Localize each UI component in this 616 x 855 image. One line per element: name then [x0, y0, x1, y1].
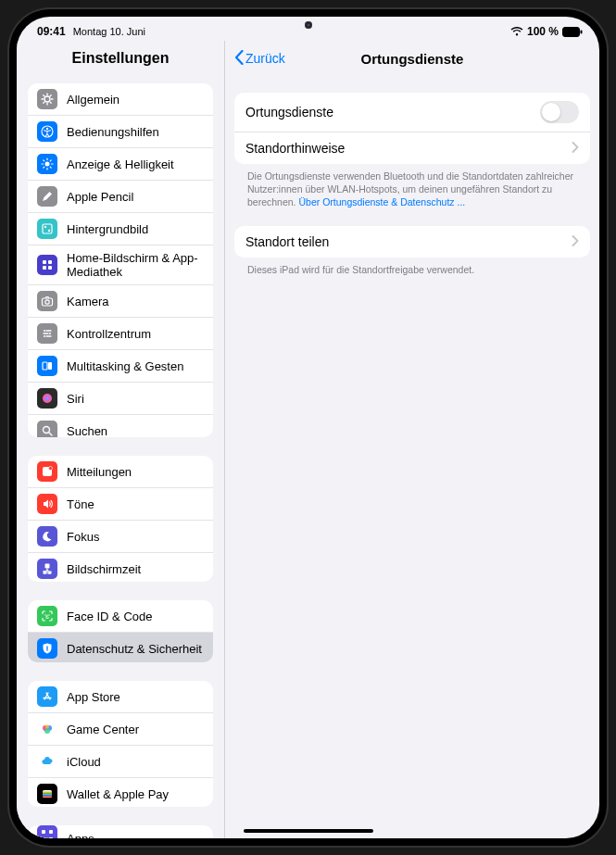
sidebar-item-kontrollzentrum[interactable]: Kontrollzentrum: [28, 318, 213, 350]
sidebar-item-label: Game Center: [67, 723, 139, 736]
sidebar-item-home-bildschirm[interactable]: Home-Bildschirm & App-Mediathek: [28, 245, 213, 285]
sidebar-item-label: App Store: [67, 690, 120, 704]
sidebar-item-label: Bildschirmzeit: [67, 562, 141, 576]
row-standorthinweise[interactable]: Standorthinweise: [234, 132, 590, 164]
app-store-icon: [37, 686, 57, 707]
sidebar-item-label: Mitteilungen: [67, 465, 132, 479]
toene-icon: [37, 494, 57, 514]
svg-point-7: [44, 226, 46, 228]
sidebar-item-label: Face ID & Code: [67, 610, 153, 623]
settings-sidebar: Einstellungen AllgemeinBedienungshilfenA…: [17, 41, 225, 838]
sidebar-item-faceid-code[interactable]: Face ID & Code: [28, 600, 213, 633]
svg-rect-34: [43, 792, 52, 794]
svg-point-17: [44, 335, 45, 337]
svg-point-4: [46, 128, 48, 130]
sidebar-item-wallet-apple-pay[interactable]: Wallet & Apple Pay: [28, 778, 213, 807]
svg-rect-9: [43, 260, 46, 264]
row-standort-teilen[interactable]: Standort teilen: [234, 226, 590, 258]
sidebar-item-datenschutz-sicherheit[interactable]: Datenschutz & Sicherheit: [28, 633, 213, 662]
sidebar-item-icloud[interactable]: iCloud: [28, 746, 213, 778]
battery-icon: [562, 27, 583, 37]
chevron-left-icon: [234, 50, 244, 68]
bildschirmzeit-icon: [37, 559, 57, 579]
sidebar-item-suchen[interactable]: Suchen: [28, 415, 213, 437]
mitteilungen-icon: [37, 461, 57, 482]
sidebar-item-label: Kontrollzentrum: [67, 327, 151, 341]
footer-note-1: Die Ortungsdienste verwenden Bluetooth u…: [234, 164, 590, 209]
sidebar-item-game-center[interactable]: Game Center: [28, 713, 213, 746]
ortungsdienste-toggle[interactable]: [540, 101, 579, 123]
home-indicator[interactable]: [244, 829, 373, 833]
privacy-link[interactable]: Über Ortungsdienste & Datenschutz ...: [298, 196, 465, 207]
anzeige-helligkeit-icon: [37, 154, 57, 174]
sidebar-item-label: Multitasking & Gesten: [67, 359, 183, 373]
sidebar-item-mitteilungen[interactable]: Mitteilungen: [28, 456, 213, 488]
faceid-code-icon: [37, 606, 57, 626]
svg-rect-12: [48, 266, 52, 270]
multitasking-icon: [37, 356, 57, 376]
status-bar: 09:41 Montag 10. Juni 100 %: [17, 17, 599, 41]
svg-point-14: [45, 300, 49, 304]
fokus-icon: [37, 526, 57, 547]
sidebar-item-label: Hintergrundbild: [67, 222, 148, 236]
sidebar-item-toene[interactable]: Töne: [28, 488, 213, 521]
sidebar-item-multitasking[interactable]: Multitasking & Gesten: [28, 350, 213, 383]
apple-pencil-icon: [37, 186, 57, 207]
wifi-icon: [510, 27, 523, 36]
sidebar-item-label: Kamera: [67, 295, 109, 308]
status-time: 09:41: [37, 25, 66, 38]
home-bildschirm-icon: [37, 255, 57, 275]
status-date: Montag 10. Juni: [73, 26, 145, 37]
back-button[interactable]: Zurück: [234, 50, 285, 68]
sidebar-item-label: Siri: [67, 392, 84, 406]
svg-rect-18: [43, 362, 47, 370]
chevron-right-icon: [572, 234, 579, 249]
row-ortungsdienste[interactable]: Ortungsdienste: [234, 93, 590, 132]
svg-point-2: [44, 96, 50, 102]
bedienungshilfen-icon: [37, 121, 57, 142]
svg-rect-35: [43, 793, 52, 795]
sidebar-item-apple-pencil[interactable]: Apple Pencil: [28, 181, 213, 213]
sidebar-item-label: Töne: [67, 497, 94, 511]
sidebar-item-bildschirmzeit[interactable]: Bildschirmzeit: [28, 553, 213, 582]
sidebar-item-label: Home-Bildschirm & App-Mediathek: [67, 251, 204, 279]
sidebar-item-allgemein[interactable]: Allgemein: [28, 83, 213, 116]
svg-point-5: [45, 162, 50, 167]
sidebar-item-hintergrundbild[interactable]: Hintergrundbild: [28, 213, 213, 245]
row-label: Ortungsdienste: [245, 105, 333, 119]
detail-pane: Zurück Ortungsdienste Ortungsdienste Sta…: [225, 41, 599, 838]
sidebar-item-anzeige-helligkeit[interactable]: Anzeige & Helligkeit: [28, 148, 213, 181]
svg-rect-25: [44, 571, 46, 574]
sidebar-item-apps-partial[interactable]: Apps: [28, 825, 213, 838]
battery-percent: 100 %: [527, 25, 559, 38]
svg-rect-39: [49, 830, 53, 834]
sidebar-title: Einstellungen: [17, 41, 224, 74]
sidebar-item-kamera[interactable]: Kamera: [28, 285, 213, 318]
svg-point-27: [44, 614, 45, 615]
svg-rect-0: [563, 27, 580, 36]
sidebar-item-label: Fokus: [67, 530, 99, 544]
row-label: Standorthinweise: [245, 141, 345, 156]
svg-rect-40: [42, 837, 45, 838]
sidebar-item-siri[interactable]: Siri: [28, 383, 213, 415]
sidebar-item-label: Allgemein: [67, 93, 119, 107]
svg-rect-37: [43, 796, 52, 798]
sidebar-item-label: Wallet & Apple Pay: [67, 787, 169, 801]
sidebar-item-label: Datenschutz & Sicherheit: [67, 642, 202, 656]
svg-rect-1: [581, 30, 583, 33]
sidebar-item-bedienungshilfen[interactable]: Bedienungshilfen: [28, 116, 213, 148]
siri-icon: [37, 388, 57, 409]
sidebar-item-fokus[interactable]: Fokus: [28, 521, 213, 553]
hintergrundbild-icon: [37, 219, 57, 239]
svg-point-23: [49, 467, 53, 471]
svg-rect-36: [43, 795, 52, 797]
footer-note-2: Dieses iPad wird für die Standortfreigab…: [234, 258, 590, 276]
sidebar-item-app-store[interactable]: App Store: [28, 681, 213, 713]
svg-rect-41: [49, 837, 53, 838]
svg-rect-11: [43, 266, 46, 270]
kontrollzentrum-icon: [37, 323, 57, 344]
svg-point-21: [44, 427, 50, 434]
svg-rect-38: [42, 830, 45, 834]
svg-rect-10: [48, 260, 52, 264]
svg-rect-19: [48, 362, 52, 370]
